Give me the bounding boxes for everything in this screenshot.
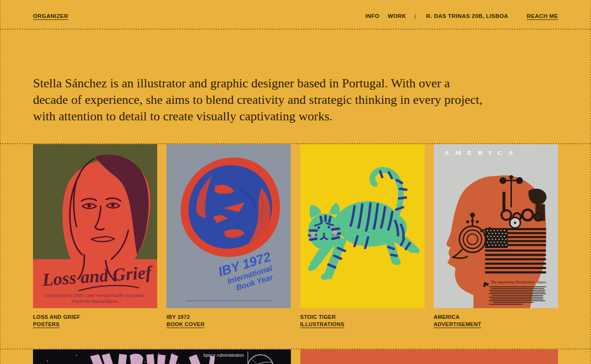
page-edge-dashes-left	[0, 0, 1, 364]
caption-loss-and-grief: LOSS AND GRIEF POSTERS	[33, 314, 157, 327]
project-title: STOIC TIGER	[300, 314, 425, 320]
project-title: LOSS AND GRIEF	[33, 314, 157, 320]
caption-america: AMERICA ADVERTISEMENT	[434, 314, 558, 327]
gallery-row-2: Space Administration	[0, 349, 591, 364]
poster-title-america: AMERICA	[444, 149, 519, 156]
poster-fine-print-right: States	[537, 280, 546, 284]
project-category-link[interactable]: ADVERTISEMENT	[434, 321, 481, 327]
intro-line-1: Stella Sánchez is an illustrator and gra…	[33, 75, 558, 92]
nav-work[interactable]: WORK	[388, 13, 406, 19]
nav-divider: |	[414, 13, 416, 19]
header-separator	[0, 29, 591, 30]
orange-poster-thumbnail[interactable]	[300, 349, 558, 364]
project-category-link[interactable]: BOOK COVER	[166, 321, 204, 327]
gallery-item-loss-and-grief: Loss and Grief conducted by OMS chief me…	[33, 144, 157, 327]
project-category-link[interactable]: ILLUSTRATIONS	[300, 321, 345, 327]
america-thumbnail[interactable]: AMERICA	[434, 144, 558, 308]
space-administration-label: Space Administration	[203, 353, 244, 358]
reach-me-link[interactable]: REACH ME	[526, 13, 558, 19]
project-category-link[interactable]: POSTERS	[33, 321, 60, 327]
address-text: R. DAS TRINAS 20B, LISBOA	[426, 13, 508, 19]
gallery-item-america: AMERICA	[434, 144, 558, 327]
gallery-item-stoic-tiger: STOIC TIGER ILLUSTRATIONS	[300, 144, 425, 327]
poster-credit-line-2: Rachelle Mandelbaum	[72, 298, 118, 304]
project-title: AMERICA	[434, 314, 558, 320]
nav-info[interactable]: INFO	[365, 13, 379, 19]
stoic-tiger-artwork	[300, 144, 425, 308]
space-poster-artwork: Space Administration	[33, 349, 291, 364]
project-title: IBY 1972	[166, 314, 291, 320]
loss-and-grief-artwork: Loss and Grief conducted by OMS chief me…	[33, 144, 157, 308]
site-header: ORGANIZER INFO WORK | R. DAS TRINAS 20B,…	[0, 0, 591, 29]
america-artwork: AMERICA	[434, 144, 558, 308]
poster-fine-print-left: The unanimous Declaration	[491, 280, 534, 284]
poster-credit-line-1: conducted by OMS chief mental health cou…	[45, 293, 145, 298]
intro-line-2: decade of experience, she aims to blend …	[33, 92, 558, 108]
orange-poster-artwork	[300, 349, 558, 364]
logo-link[interactable]: ORGANIZER	[33, 13, 68, 19]
loss-and-grief-thumbnail[interactable]: Loss and Grief conducted by OMS chief me…	[33, 144, 157, 308]
iby-1972-artwork: IBY 1972 International Book Year	[166, 144, 291, 308]
gallery-row-1: Loss and Grief conducted by OMS chief me…	[0, 144, 591, 327]
gallery-item-iby-1972: IBY 1972 International Book Year IBY 197…	[166, 144, 291, 327]
intro-paragraph: Stella Sánchez is an illustrator and gra…	[33, 75, 558, 125]
caption-iby-1972: IBY 1972 BOOK COVER	[166, 314, 291, 327]
intro-line-3: with attention to detail to create visua…	[33, 108, 558, 125]
stoic-tiger-thumbnail[interactable]	[300, 144, 425, 308]
space-poster-thumbnail[interactable]: Space Administration	[33, 349, 291, 364]
caption-stoic-tiger: STOIC TIGER ILLUSTRATIONS	[300, 314, 425, 327]
iby-1972-thumbnail[interactable]: IBY 1972 International Book Year	[166, 144, 291, 308]
main-nav: INFO WORK | R. DAS TRINAS 20B, LISBOA RE…	[357, 13, 558, 19]
